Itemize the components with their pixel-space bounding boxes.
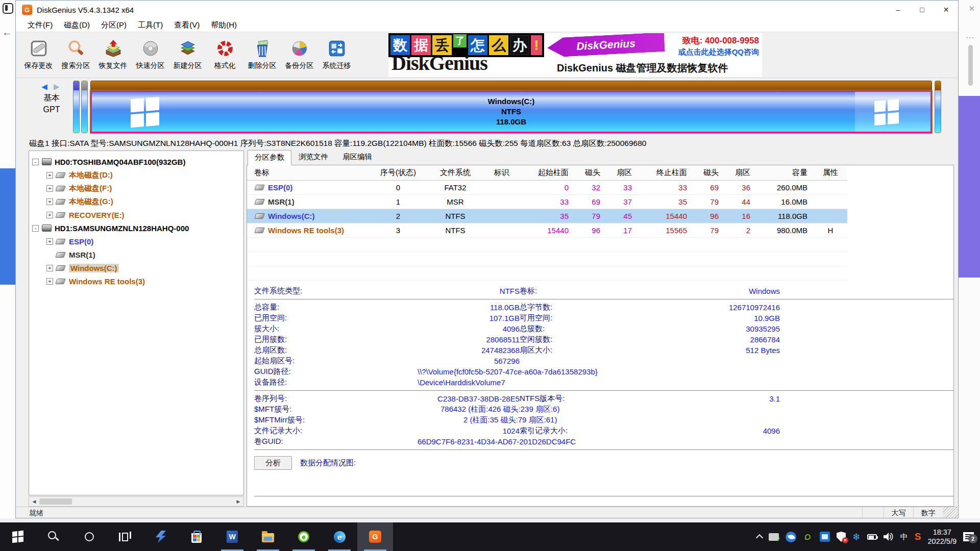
minimize-button[interactable]: – (886, 1, 910, 19)
statusbar: 就绪 大写 数字 (16, 507, 958, 518)
partition-icon (55, 279, 66, 284)
menu-view[interactable]: 查看(V) (168, 19, 205, 31)
analyze-button[interactable]: 分析 (254, 456, 292, 470)
expand-icon[interactable]: + (46, 185, 53, 192)
browser-360-button[interactable]: e (286, 522, 322, 551)
expand-icon[interactable]: + (46, 198, 53, 205)
snowflake-tray-icon[interactable]: ❄ (852, 531, 861, 543)
tree-item-windows-c[interactable]: + Windows(C:) (29, 261, 243, 274)
disk-map-panel: ◀ ▶ 基本 GPT Windows(C:) NTFS 11 (16, 78, 958, 136)
menu-help[interactable]: 帮助(H) (205, 19, 242, 31)
collapse-icon[interactable]: - (32, 159, 39, 165)
taskbar: W e e G ✕ ❄ 中 S 18:37 2022/5/9 2 (0, 522, 980, 551)
expand-icon[interactable]: + (46, 278, 53, 285)
diskgenius-window: G DiskGenius V5.4.3.1342 x64 – □ ✕ 文件(F)… (15, 0, 959, 518)
menu-partition[interactable]: 分区(P) (95, 19, 132, 31)
desktop-strip-left (0, 168, 15, 285)
scroll-right-button[interactable]: ▶ (233, 497, 243, 506)
notification-badge: 2 (968, 534, 977, 543)
expand-icon[interactable]: + (46, 212, 53, 218)
cortana-button[interactable] (71, 522, 107, 551)
tree-item-recovery-e[interactable]: + RECOVERY(E:) (29, 208, 243, 221)
format-button[interactable]: 格式化 (206, 35, 243, 76)
tree-item-local-d[interactable]: + 本地磁盘(D:) (29, 168, 243, 182)
separator (254, 449, 954, 450)
banner-tagline: DiskGenius 磁盘管理及数据恢复软件 (557, 61, 728, 75)
tree-item-windows-re[interactable]: + Windows RE tools(3) (29, 274, 243, 288)
tree-item-hd0[interactable]: - HD0:TOSHIBAMQ04ABF100(932GB) (29, 155, 243, 168)
flash-app-button[interactable] (143, 522, 179, 551)
notification-center-icon[interactable]: 2 (963, 532, 974, 541)
battery-icon[interactable] (867, 534, 877, 540)
collapse-icon[interactable]: - (32, 225, 39, 232)
nvidia-tray-icon[interactable] (803, 532, 813, 542)
quick-partition-button[interactable]: 快速分区 (132, 35, 169, 76)
tree-item-hd1[interactable]: - HD1:SAMSUNGMZNLN128HAHQ-000 (29, 221, 243, 235)
taskbar-search-button[interactable] (36, 522, 71, 551)
prev-disk-arrow[interactable]: ◀ (41, 82, 50, 91)
recover-files-button[interactable]: 恢复文件 (94, 35, 132, 76)
partition-name: Windows(C:) (488, 96, 535, 107)
partition-size: 118.0GB (496, 117, 526, 127)
table-row-esp[interactable]: ESP(0) 0 FAT32 0 32 33 33 69 36 260.0MB (247, 181, 847, 195)
tree-item-local-g[interactable]: + 本地磁盘(G:) (29, 195, 243, 208)
diskgenius-icon: G (369, 531, 381, 543)
partition-icon (55, 239, 66, 244)
menubar: 文件(F) 磁盘(D) 分区(P) 工具(T) 查看(V) 帮助(H) (16, 19, 958, 32)
ad-banner[interactable]: 数 据 丢 了 怎 么 办 ! DiskGenius 致电: 400-008-9… (388, 33, 762, 77)
resize-grip[interactable] (943, 507, 958, 518)
menu-tools[interactable]: 工具(T) (132, 19, 168, 31)
tree-item-msr[interactable]: MSR(1) (29, 248, 243, 261)
volume-icon[interactable] (884, 533, 894, 541)
defender-tray-icon[interactable]: ✕ (837, 532, 846, 542)
tab-sector-edit[interactable]: 扇区编辑 (335, 149, 379, 165)
sogou-tray-icon[interactable]: S (915, 531, 921, 542)
expand-icon[interactable]: + (46, 238, 53, 245)
table-row-windows-c[interactable]: Windows(C:) 2 NTFS 35 79 45 15440 96 16 … (247, 209, 847, 223)
table-row-msr[interactable]: MSR(1) 1 MSR 33 69 37 35 79 44 16.0MB (247, 195, 847, 209)
tab-browse-files[interactable]: 浏览文件 (291, 149, 335, 165)
ime-indicator[interactable]: 中 (900, 532, 908, 542)
table-row-windows-re[interactable]: Windows RE tools(3) 3 NTFS 15440 96 17 1… (247, 223, 847, 238)
background-tab-icon (3, 3, 13, 14)
store-button[interactable] (179, 522, 214, 551)
close-button[interactable]: ✕ (934, 1, 958, 19)
start-button[interactable] (0, 522, 36, 551)
expand-icon[interactable]: + (46, 172, 53, 179)
separator (254, 390, 954, 391)
printer-tray-icon[interactable] (769, 533, 779, 541)
thunder-tray-icon[interactable] (786, 532, 796, 542)
delete-partition-button[interactable]: 删除分区 (243, 35, 281, 76)
partition-bar-msr[interactable] (81, 81, 88, 133)
next-disk-arrow[interactable]: ▶ (54, 82, 62, 91)
scroll-left-button[interactable]: ◀ (29, 497, 39, 506)
partition-bar-re-tools[interactable] (935, 81, 941, 133)
maximize-button[interactable]: □ (910, 1, 934, 19)
tree-horizontal-scrollbar[interactable]: ◀ ▶ (29, 496, 244, 507)
task-view-button[interactable] (107, 522, 143, 551)
background-window-left: ← (0, 0, 15, 518)
save-changes-button[interactable]: 保存更改 (20, 35, 57, 76)
backup-partition-button[interactable]: 备份分区 (281, 35, 318, 76)
tree-item-esp[interactable]: + ESP(0) (29, 235, 243, 248)
tree-item-local-f[interactable]: + 本地磁盘(F:) (29, 182, 243, 195)
menu-disk[interactable]: 磁盘(D) (58, 19, 95, 31)
search-partition-button[interactable]: 搜索分区 (57, 35, 94, 76)
tab-partition-params[interactable]: 分区参数 (248, 150, 291, 165)
word-button[interactable]: W (214, 522, 250, 551)
intel-graphics-tray-icon[interactable] (820, 532, 830, 542)
file-explorer-button[interactable] (250, 522, 286, 551)
partition-bar-windows-c[interactable]: Windows(C:) NTFS 118.0GB (90, 81, 932, 133)
system-migration-button[interactable]: 系统迁移 (318, 35, 355, 76)
partition-fs: NTFS (501, 107, 521, 117)
scrollbar-thumb[interactable] (39, 498, 72, 505)
new-partition-button[interactable]: 新建分区 (169, 35, 206, 76)
menu-file[interactable]: 文件(F) (22, 19, 58, 31)
partition-bar-esp[interactable] (73, 81, 80, 133)
expand-icon[interactable]: + (46, 265, 53, 271)
tray-expand-icon[interactable] (756, 534, 763, 541)
taskbar-clock[interactable]: 18:37 2022/5/9 (928, 528, 957, 546)
diskgenius-taskbar-button[interactable]: G (357, 522, 393, 551)
edge-button[interactable]: e (322, 522, 357, 551)
banner-qq-link[interactable]: 或点击此处选择QQ咨询 (678, 47, 759, 57)
